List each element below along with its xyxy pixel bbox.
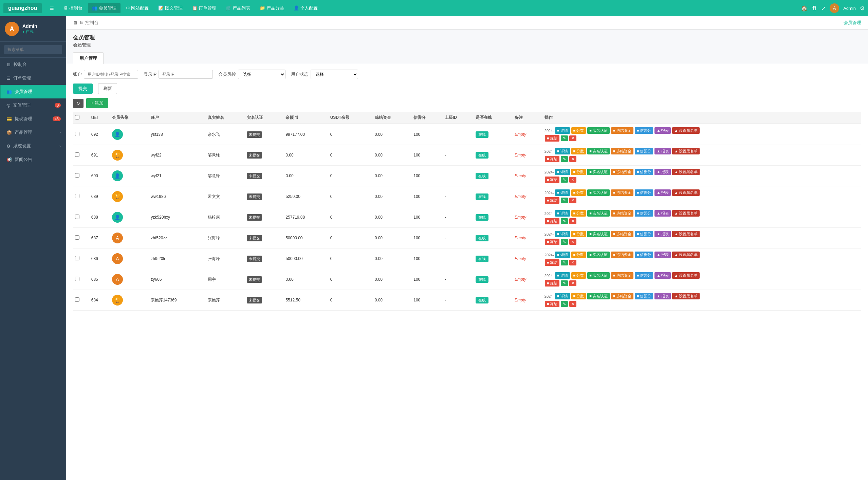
blacklist-btn-3[interactable]: ▲ 设置黑名单 bbox=[672, 189, 700, 196]
blacklist-btn-6[interactable]: ▲ 设置黑名单 bbox=[672, 252, 700, 258]
row-checkbox-4[interactable] bbox=[75, 215, 79, 219]
submit-button[interactable]: 提交 bbox=[73, 84, 93, 94]
refresh-filter-button[interactable]: 刷新 bbox=[98, 83, 117, 94]
row-checkbox-7[interactable] bbox=[75, 277, 79, 281]
score-btn-1[interactable]: ■ 分数 bbox=[571, 148, 586, 154]
credit-btn-6[interactable]: ■ 信誉分 bbox=[635, 252, 653, 258]
freeze-funds-btn-1[interactable]: ■ 冻结资金 bbox=[611, 148, 633, 154]
freeze-funds-btn-8[interactable]: ■ 冻结资金 bbox=[611, 293, 633, 299]
nav-article[interactable]: 📝 图文管理 bbox=[154, 3, 187, 13]
freeze-btn-3[interactable]: ■ 冻结 bbox=[545, 197, 560, 204]
detail-btn-5[interactable]: ■ 详情 bbox=[555, 231, 570, 237]
settings-icon[interactable]: ⚙ bbox=[860, 5, 865, 12]
delete-btn-2[interactable]: ✕ bbox=[569, 177, 576, 183]
edit-btn-8[interactable]: ✎ bbox=[561, 301, 568, 307]
nav-menu-toggle[interactable]: ☰ bbox=[46, 4, 58, 13]
edit-btn-7[interactable]: ✎ bbox=[561, 280, 568, 286]
detail-btn-3[interactable]: ■ 详情 bbox=[555, 189, 570, 196]
report-btn-8[interactable]: ▲ 报表 bbox=[654, 293, 671, 299]
score-btn-8[interactable]: ■ 分数 bbox=[571, 293, 586, 299]
freeze-btn-8[interactable]: ■ 冻结 bbox=[545, 301, 560, 307]
freeze-btn-5[interactable]: ■ 冻结 bbox=[545, 239, 560, 245]
delete-btn-1[interactable]: ✕ bbox=[569, 156, 576, 162]
edit-btn-1[interactable]: ✎ bbox=[561, 156, 568, 162]
blacklist-btn-4[interactable]: ▲ 设置黑名单 bbox=[672, 210, 700, 217]
edit-btn-0[interactable]: ✎ bbox=[561, 135, 568, 141]
freeze-btn-1[interactable]: ■ 冻结 bbox=[545, 156, 560, 162]
add-button[interactable]: + 添加 bbox=[86, 98, 108, 108]
freeze-funds-btn-3[interactable]: ■ 冻结资金 bbox=[611, 189, 633, 196]
report-btn-0[interactable]: ▲ 报表 bbox=[654, 127, 671, 134]
verify-btn-3[interactable]: ■ 实名认证 bbox=[587, 189, 610, 196]
credit-btn-3[interactable]: ■ 信誉分 bbox=[635, 189, 653, 196]
credit-btn-4[interactable]: ■ 信誉分 bbox=[635, 210, 653, 217]
row-checkbox-0[interactable] bbox=[75, 132, 79, 136]
risk-select[interactable]: 选择 bbox=[238, 70, 285, 79]
sidebar-item-dashboard[interactable]: 🖥 控制台 bbox=[0, 58, 66, 71]
status-select[interactable]: 选择 bbox=[311, 70, 358, 79]
verify-btn-5[interactable]: ■ 实名认证 bbox=[587, 231, 610, 237]
refresh-button[interactable]: ↻ bbox=[73, 99, 84, 108]
freeze-funds-btn-7[interactable]: ■ 冻结资金 bbox=[611, 272, 633, 279]
expand-icon[interactable]: ⤢ bbox=[821, 5, 826, 12]
home-icon[interactable]: 🏠 bbox=[801, 5, 808, 12]
sidebar-item-news[interactable]: 📢 新闻公告 bbox=[0, 153, 66, 166]
score-btn-6[interactable]: ■ 分数 bbox=[571, 252, 586, 258]
nav-product-cat[interactable]: 📁 产品分类 bbox=[256, 3, 288, 13]
delete-btn-4[interactable]: ✕ bbox=[569, 218, 576, 224]
login-ip-input[interactable] bbox=[159, 70, 213, 79]
sidebar-item-order[interactable]: ☰ 订单管理 bbox=[0, 71, 66, 85]
credit-btn-2[interactable]: ■ 信誉分 bbox=[635, 169, 653, 175]
verify-btn-7[interactable]: ■ 实名认证 bbox=[587, 272, 610, 279]
blacklist-btn-2[interactable]: ▲ 设置黑名单 bbox=[672, 169, 700, 175]
verify-btn-1[interactable]: ■ 实名认证 bbox=[587, 148, 610, 154]
nav-personal[interactable]: 👤 个人配置 bbox=[290, 3, 322, 13]
row-checkbox-3[interactable] bbox=[75, 194, 79, 198]
freeze-btn-7[interactable]: ■ 冻结 bbox=[545, 280, 560, 287]
tab-user-manage[interactable]: 用户管理 bbox=[73, 52, 104, 64]
nav-site-config[interactable]: ⚙ 网站配置 bbox=[122, 3, 153, 13]
credit-btn-8[interactable]: ■ 信誉分 bbox=[635, 293, 653, 299]
credit-btn-0[interactable]: ■ 信誉分 bbox=[635, 127, 653, 134]
delete-btn-0[interactable]: ✕ bbox=[569, 135, 576, 141]
row-checkbox-6[interactable] bbox=[75, 256, 79, 260]
sidebar-search-input[interactable] bbox=[4, 45, 62, 54]
freeze-funds-btn-2[interactable]: ■ 冻结资金 bbox=[611, 169, 633, 175]
freeze-btn-6[interactable]: ■ 冻结 bbox=[545, 259, 560, 266]
delete-btn-5[interactable]: ✕ bbox=[569, 239, 576, 245]
sidebar-item-product[interactable]: 📦 产品管理 › bbox=[0, 126, 66, 139]
row-checkbox-5[interactable] bbox=[75, 235, 79, 240]
verify-btn-2[interactable]: ■ 实名认证 bbox=[587, 169, 610, 175]
blacklist-btn-5[interactable]: ▲ 设置黑名单 bbox=[672, 231, 700, 237]
nav-member[interactable]: 👥 会员管理 bbox=[88, 3, 121, 13]
freeze-funds-btn-0[interactable]: ■ 冻结资金 bbox=[611, 127, 633, 134]
nav-product-list[interactable]: 🛒 产品列表 bbox=[222, 3, 254, 13]
score-btn-3[interactable]: ■ 分数 bbox=[571, 189, 586, 196]
detail-btn-0[interactable]: ■ 详情 bbox=[555, 127, 570, 134]
detail-btn-1[interactable]: ■ 详情 bbox=[555, 148, 570, 154]
trash-icon[interactable]: 🗑 bbox=[812, 5, 817, 11]
delete-btn-6[interactable]: ✕ bbox=[569, 260, 576, 265]
score-btn-7[interactable]: ■ 分数 bbox=[571, 272, 586, 279]
delete-btn-3[interactable]: ✕ bbox=[569, 198, 576, 203]
verify-btn-0[interactable]: ■ 实名认证 bbox=[587, 127, 610, 134]
account-input[interactable] bbox=[84, 70, 138, 79]
freeze-btn-4[interactable]: ■ 冻结 bbox=[545, 218, 560, 224]
detail-btn-7[interactable]: ■ 详情 bbox=[555, 272, 570, 279]
row-checkbox-8[interactable] bbox=[75, 297, 79, 302]
credit-btn-1[interactable]: ■ 信誉分 bbox=[635, 148, 653, 154]
nav-order[interactable]: 📋 订单管理 bbox=[188, 3, 221, 13]
report-btn-2[interactable]: ▲ 报表 bbox=[654, 169, 671, 175]
report-btn-5[interactable]: ▲ 报表 bbox=[654, 231, 671, 237]
admin-avatar[interactable]: A bbox=[830, 3, 839, 13]
nav-dashboard[interactable]: 🖥 控制台 bbox=[59, 3, 87, 13]
row-checkbox-2[interactable] bbox=[75, 173, 79, 178]
edit-btn-2[interactable]: ✎ bbox=[561, 177, 568, 183]
score-btn-5[interactable]: ■ 分数 bbox=[571, 231, 586, 237]
score-btn-0[interactable]: ■ 分数 bbox=[571, 127, 586, 134]
verify-btn-6[interactable]: ■ 实名认证 bbox=[587, 252, 610, 258]
freeze-btn-0[interactable]: ■ 冻结 bbox=[545, 135, 560, 142]
score-btn-4[interactable]: ■ 分数 bbox=[571, 210, 586, 217]
blacklist-btn-7[interactable]: ▲ 设置黑名单 bbox=[672, 272, 700, 279]
edit-btn-6[interactable]: ✎ bbox=[561, 260, 568, 265]
